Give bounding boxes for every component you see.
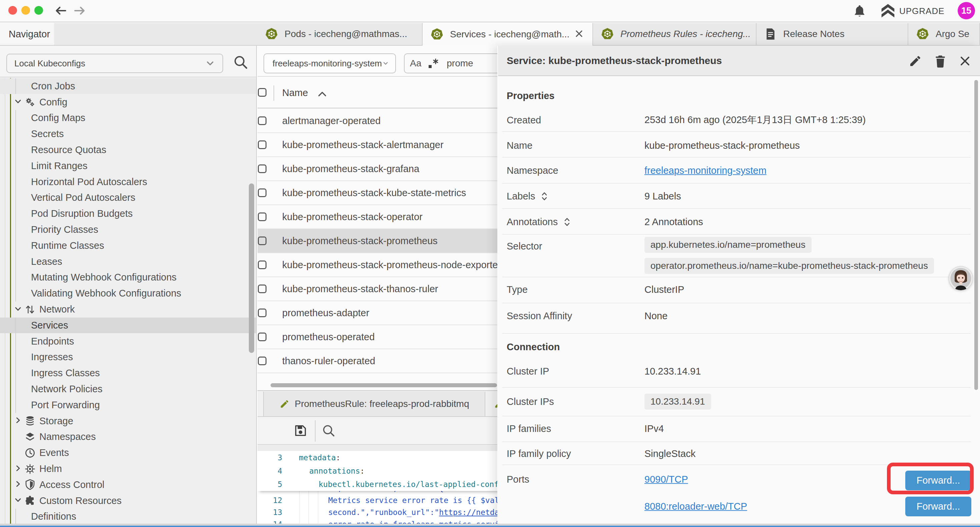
sidebar-item-helm[interactable]: Helm [0,461,256,477]
row-checkbox[interactable] [258,325,276,349]
sidebar-scrollbar[interactable] [249,183,254,353]
row-checkbox[interactable] [258,229,276,253]
column-header-name[interactable]: Name [282,88,308,99]
navigator-title: Navigator [9,29,50,40]
chevron-right-icon[interactable] [14,417,22,424]
sidebar-item-custom-resources[interactable]: Custom Resources [0,493,256,509]
selector-chip: app.kubernetes.io/name=prometheus [644,237,811,253]
sidebar-item-port-forwarding[interactable]: Port Forwarding [0,397,256,413]
sidebar-item-events[interactable]: Events [0,445,256,461]
sidebar-item-validating-webhook-configurations[interactable]: Validating Webhook Configurations [0,285,256,301]
namespace-link[interactable]: freeleaps-monitoring-system [644,165,767,176]
table-horizontal-scrollbar[interactable] [270,383,497,387]
cluster-tab-3[interactable]: Prometheus Rules - icecheng... [593,23,757,45]
sort-ascending-icon[interactable] [316,89,328,99]
release-notes-icon [765,28,776,40]
port-link[interactable]: 8080:reloader-web/TCP [644,501,747,512]
sidebar-item-services[interactable]: Services [0,318,256,334]
forward-arrow-icon[interactable] [74,5,86,17]
cluster-tab-2[interactable]: Services - icecheng@math... [423,23,593,46]
close-icon[interactable] [959,55,971,67]
row-checkbox[interactable] [258,109,276,132]
port-link[interactable]: 9090/TCP [644,474,688,485]
sidebar-item-config[interactable]: Config [0,94,256,110]
sidebar-item-priority-classes[interactable]: Priority Classes [0,222,256,238]
sidebar-search-icon[interactable] [233,54,249,70]
sidebar-item-label: Limit Ranges [31,161,88,172]
chevron-down-icon[interactable] [14,98,22,105]
chevron-right-icon[interactable] [14,480,22,488]
window-minimize-button[interactable] [21,6,30,15]
chevron-right-icon[interactable] [14,465,22,472]
window-maximize-button[interactable] [34,6,43,15]
chevron-down-icon[interactable] [14,305,22,314]
sidebar-item-definitions[interactable]: Definitions [0,509,256,524]
tab-close-icon[interactable] [574,29,584,39]
upgrade-icon[interactable] [881,3,895,19]
sidebar-item-network-policies[interactable]: Network Policies [0,381,256,397]
cluster-tab-4[interactable]: Release Notes [757,23,908,45]
sidebar-item-mutating-webhook-configurations[interactable]: Mutating Webhook Configurations [0,269,256,285]
row-checkbox[interactable] [258,301,276,325]
row-checkbox[interactable] [258,205,276,228]
back-arrow-icon[interactable] [55,5,67,17]
chevron-down-icon[interactable] [14,98,22,107]
sidebar-item-resource-quotas[interactable]: Resource Quotas [0,142,256,158]
row-checkbox[interactable] [258,349,276,373]
sidebar-item-secrets[interactable]: Secrets [0,126,256,142]
chevron-down-icon[interactable] [14,305,22,312]
sidebar-item-config-maps[interactable]: Config Maps [0,110,256,126]
tab-close-button[interactable] [574,29,584,40]
row-checkbox[interactable] [258,253,276,277]
chevron-right-icon[interactable] [14,417,22,425]
sidebar-item-endpoints[interactable]: Endpoints [0,333,256,349]
notifications-bell-icon[interactable] [853,4,867,18]
sidebar-item-label: Definitions [31,511,76,522]
row-checkbox[interactable] [258,277,276,301]
sidebar-item-runtime-classes[interactable]: Runtime Classes [0,238,256,254]
sidebar-item-access-control[interactable]: Access Control [0,477,256,493]
row-checkbox[interactable] [258,181,276,204]
sidebar-item-ingresses[interactable]: Ingresses [0,349,256,365]
sidebar-item-leases[interactable]: Leases [0,253,256,269]
tree-indent-guide [15,318,16,413]
expand-toggle-icon[interactable] [563,217,571,227]
dock-tab-partial[interactable] [486,392,497,416]
sidebar-item-vertical-pod-autoscalers[interactable]: Vertical Pod Autoscalers [0,190,256,206]
dock-tab-prometheusrule[interactable]: PrometheusRule: freeleaps-prod-rabbitmq [263,392,485,416]
chevron-down-icon[interactable] [14,496,22,505]
window-close-button[interactable] [8,6,17,15]
drawer-row-value: None [644,310,667,322]
edit-pencil-icon[interactable] [908,54,922,68]
expand-toggle-icon[interactable] [540,191,548,201]
namespace-select[interactable]: freeleaps-monitoring-system [264,53,396,73]
sidebar-item-namespaces[interactable]: Namespaces [0,429,256,445]
drawer-scrollbar[interactable] [974,80,978,390]
save-icon[interactable] [293,423,308,438]
sidebar-item-network[interactable]: Network [0,301,256,318]
sidebar-item-ingress-classes[interactable]: Ingress Classes [0,365,256,381]
sidebar-item-cron-jobs[interactable]: Cron Jobs [0,78,256,94]
row-checkbox[interactable] [258,157,276,180]
chevron-down-icon[interactable] [14,496,22,504]
chevron-right-icon[interactable] [14,465,22,473]
cluster-tab-5[interactable]: Argo Se [908,23,980,45]
sidebar-item-label: Cron Jobs [31,81,75,92]
editor-search-icon[interactable] [321,424,336,438]
upgrade-button[interactable]: UPGRADE [899,6,945,16]
match-case-toggle[interactable]: Aa [410,58,421,69]
regex-toggle[interactable] [427,57,439,69]
cluster-tab-1[interactable]: Pods - icecheng@mathmas... [257,23,423,45]
title-bar: UPGRADE 15 [0,0,980,22]
delete-trash-icon[interactable] [934,54,947,68]
sidebar-item-limit-ranges[interactable]: Limit Ranges [0,158,256,174]
assistant-avatar[interactable] [949,266,973,291]
sidebar-item-pod-disruption-budgets[interactable]: Pod Disruption Budgets [0,206,256,222]
row-checkbox[interactable] [258,133,276,156]
sidebar-item-horizontal-pod-autoscalers[interactable]: Horizontal Pod Autoscalers [0,174,256,190]
notification-count-badge[interactable]: 15 [958,2,975,19]
sidebar-item-storage[interactable]: Storage [0,413,256,429]
kubeconfig-select[interactable]: Local Kubeconfigs [6,54,223,73]
chevron-right-icon[interactable] [14,480,22,489]
forward-button[interactable]: Forward... [905,497,971,516]
